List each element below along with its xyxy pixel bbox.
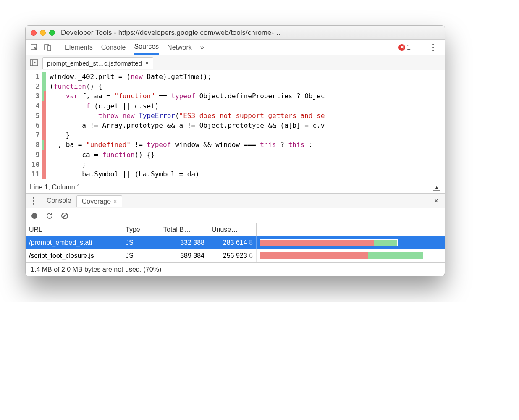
svg-point-11 xyxy=(31,213,37,219)
devtools-window: Developer Tools - https://developers.goo… xyxy=(25,25,445,276)
cell-bar xyxy=(257,249,445,262)
collapse-panel-icon[interactable]: ▲ xyxy=(433,184,440,191)
svg-point-4 xyxy=(432,47,434,48)
drawer-tab-console[interactable]: Console xyxy=(42,195,76,207)
device-toolbar-icon[interactable] xyxy=(42,42,53,53)
summary-text: 1.4 MB of 2.0 MB bytes are not used. (70… xyxy=(31,266,161,273)
cell-bar xyxy=(257,236,445,249)
svg-rect-0 xyxy=(31,44,37,50)
close-window-button[interactable] xyxy=(31,30,37,36)
clear-icon[interactable] xyxy=(61,212,68,220)
table-row[interactable]: /prompt_embed_statiJS332 388283 614 8 xyxy=(26,236,445,249)
cell-total: 389 384 xyxy=(160,249,208,262)
error-badge[interactable]: ✕ 1 xyxy=(398,44,411,51)
cell-total: 332 388 xyxy=(160,236,208,249)
cell-type: JS xyxy=(122,249,160,262)
error-icon: ✕ xyxy=(398,44,405,51)
main-toolbar: Elements Console Sources Network » ✕ 1 xyxy=(26,40,445,55)
inspect-element-icon[interactable] xyxy=(29,42,40,53)
col-total-bytes[interactable]: Total B… xyxy=(160,223,208,236)
cell-unused: 256 923 6 xyxy=(208,249,257,262)
drawer-tab-coverage[interactable]: Coverage × xyxy=(76,195,123,207)
coverage-gutter xyxy=(42,70,46,181)
window-title: Developer Tools - https://developers.goo… xyxy=(61,29,440,37)
drawer-tab-label: Coverage xyxy=(82,198,111,205)
col-type[interactable]: Type xyxy=(122,223,160,236)
tab-console[interactable]: Console xyxy=(101,41,126,54)
tab-elements[interactable]: Elements xyxy=(65,41,93,54)
cell-url: /prompt_embed_stati xyxy=(26,236,122,249)
coverage-toolbar xyxy=(26,208,445,223)
maximize-window-button[interactable] xyxy=(49,30,55,36)
navigator-toggle-icon[interactable] xyxy=(28,57,40,68)
minimize-window-button[interactable] xyxy=(40,30,46,36)
tabs-overflow[interactable]: » xyxy=(200,41,204,54)
col-unused-bytes[interactable]: Unuse… xyxy=(208,223,257,236)
cell-type: JS xyxy=(122,236,160,249)
col-visualization[interactable] xyxy=(257,223,445,236)
drawer-menu-icon[interactable] xyxy=(28,195,39,206)
close-tab-icon[interactable]: × xyxy=(113,198,117,205)
cursor-position: Line 1, Column 1 xyxy=(30,184,81,191)
tab-network[interactable]: Network xyxy=(167,41,192,54)
svg-point-5 xyxy=(432,50,434,51)
reload-icon[interactable] xyxy=(46,212,53,220)
tab-sources[interactable]: Sources xyxy=(134,40,159,55)
close-tab-icon[interactable]: × xyxy=(145,60,149,66)
code-content[interactable]: window._402.prlt = (new Date).getTime();… xyxy=(46,70,328,181)
code-editor[interactable]: 1234567891011 window._402.prlt = (new Da… xyxy=(26,70,445,181)
error-count: 1 xyxy=(407,44,411,51)
coverage-table: URL Type Total B… Unuse… /prompt_embed_s… xyxy=(26,223,445,262)
line-gutter: 1234567891011 xyxy=(26,70,42,181)
file-tab[interactable]: prompt_embed_st…c.js:formatted × xyxy=(42,57,153,69)
col-url[interactable]: URL xyxy=(26,223,122,236)
editor-statusbar: Line 1, Column 1 ▲ xyxy=(26,181,445,193)
cell-unused: 283 614 8 xyxy=(208,236,257,249)
file-tab-label: prompt_embed_st…c.js:formatted xyxy=(47,60,142,67)
record-icon[interactable] xyxy=(31,212,38,220)
drawer-tabbar: Console Coverage × × xyxy=(26,193,445,208)
toolbar-divider xyxy=(60,43,60,52)
titlebar: Developer Tools - https://developers.goo… xyxy=(26,26,445,40)
svg-point-9 xyxy=(33,200,34,202)
svg-rect-2 xyxy=(48,46,51,51)
svg-point-8 xyxy=(33,197,34,199)
sources-subtabs: prompt_embed_st…c.js:formatted × xyxy=(26,55,445,70)
table-header: URL Type Total B… Unuse… xyxy=(26,223,445,236)
svg-point-10 xyxy=(33,203,34,205)
toolbar-divider xyxy=(419,43,419,52)
cell-url: /script_foot_closure.js xyxy=(26,249,122,262)
coverage-summary: 1.4 MB of 2.0 MB bytes are not used. (70… xyxy=(26,262,445,276)
svg-point-3 xyxy=(432,44,434,45)
kebab-menu-icon[interactable] xyxy=(428,42,439,53)
traffic-lights xyxy=(31,30,55,36)
table-row[interactable]: /script_foot_closure.jsJS389 384256 923 … xyxy=(26,249,445,262)
close-drawer-icon[interactable]: × xyxy=(430,196,442,206)
main-tabs: Elements Console Sources Network » xyxy=(65,40,204,55)
svg-line-13 xyxy=(63,214,67,218)
